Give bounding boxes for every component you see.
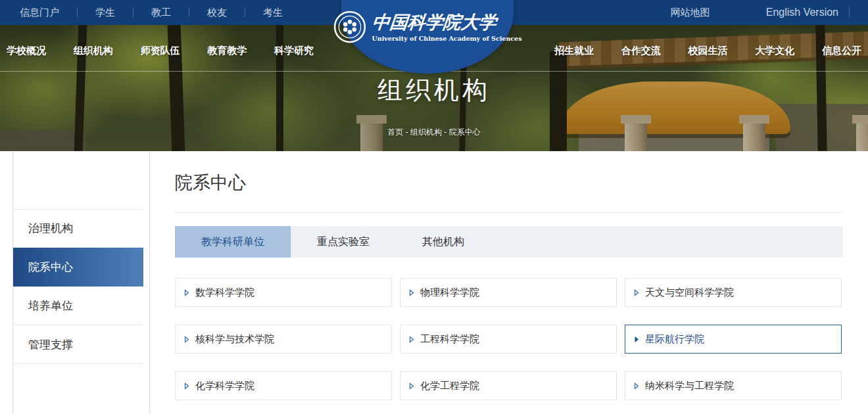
top-link-applicants[interactable]: 考生 bbox=[245, 7, 301, 19]
triangle-right-icon bbox=[409, 336, 414, 343]
department-card-math[interactable]: 数学科学学院 bbox=[175, 278, 392, 307]
triangle-right-icon bbox=[184, 382, 189, 390]
site-map-link[interactable]: 网站地图 bbox=[671, 7, 748, 19]
department-card-nuclear[interactable]: 核科学与技术学院 bbox=[175, 325, 392, 354]
sidebar-right-divider bbox=[149, 151, 150, 414]
department-card-interstellar[interactable]: 星际航行学院 bbox=[625, 325, 842, 354]
department-card-chem-science[interactable]: 化学科学学院 bbox=[175, 371, 392, 400]
nav-cooperation[interactable]: 合作交流 bbox=[621, 45, 661, 57]
department-label: 物理科学学院 bbox=[420, 287, 479, 299]
logo-inner: 中国科学院大学 University of Chinese Academy of… bbox=[333, 11, 522, 43]
triangle-right-icon bbox=[634, 382, 639, 390]
nav-school-overview[interactable]: 学校概况 bbox=[7, 45, 46, 57]
top-link-alumni[interactable]: 校友 bbox=[189, 7, 245, 19]
main-panel: 院系中心 教学科研单位 重点实验室 其他机构 数学科学学院 物理科学学院 天文与… bbox=[175, 151, 842, 400]
top-links-group: 信息门户 学生 教工 校友 考生 bbox=[20, 7, 301, 19]
triangle-right-icon bbox=[409, 289, 414, 296]
tab-teaching-research-units[interactable]: 教学科研单位 bbox=[175, 226, 291, 258]
sidebar-item-admin-support[interactable]: 管理支撑 bbox=[13, 325, 143, 364]
triangle-right-icon bbox=[184, 289, 189, 296]
nav-research[interactable]: 科学研究 bbox=[274, 45, 314, 57]
tab-key-laboratories[interactable]: 重点实验室 bbox=[291, 226, 396, 258]
department-card-physics[interactable]: 物理科学学院 bbox=[400, 278, 617, 307]
nav-culture[interactable]: 大学文化 bbox=[755, 45, 794, 57]
triangle-right-filled-icon bbox=[634, 336, 639, 343]
nav-admissions[interactable]: 招生就业 bbox=[554, 45, 594, 57]
nav-organization[interactable]: 组织机构 bbox=[74, 45, 113, 57]
sidebar-menu: 治理机构 院系中心 培养单位 管理支撑 bbox=[13, 209, 143, 364]
sidebar-item-governance[interactable]: 治理机构 bbox=[13, 209, 143, 248]
logo-title-en: University of Chinese Academy of Science… bbox=[372, 35, 522, 42]
divider bbox=[849, 7, 850, 18]
sidebar-item-departments[interactable]: 院系中心 bbox=[13, 248, 143, 287]
department-card-nano[interactable]: 纳米科学与工程学院 bbox=[625, 371, 842, 400]
department-label: 天文与空间科学学院 bbox=[645, 287, 734, 299]
nav-campus-life[interactable]: 校园生活 bbox=[688, 45, 728, 57]
section-title: 院系中心 bbox=[175, 171, 842, 195]
sidebar-item-training-units[interactable]: 培养单位 bbox=[13, 287, 143, 325]
triangle-right-icon bbox=[409, 382, 414, 390]
triangle-right-icon bbox=[634, 289, 639, 296]
logo-title-zh: 中国科学院大学 bbox=[371, 12, 523, 32]
department-label: 星际航行学院 bbox=[645, 333, 704, 346]
title-divider bbox=[175, 212, 842, 213]
logo-text: 中国科学院大学 University of Chinese Academy of… bbox=[372, 12, 522, 42]
department-label: 纳米科学与工程学院 bbox=[645, 380, 734, 392]
department-label: 工程科学学院 bbox=[420, 333, 479, 346]
top-links-right-group: 网站地图 English Version bbox=[671, 7, 850, 19]
nav-group-right: 招生就业 合作交流 校园生活 大学文化 信息公开 bbox=[531, 45, 868, 57]
nav-faculty[interactable]: 师资队伍 bbox=[141, 45, 180, 57]
department-label: 核科学与技术学院 bbox=[195, 333, 274, 346]
department-label: 化学工程学院 bbox=[420, 380, 479, 392]
tab-bar: 教学科研单位 重点实验室 其他机构 bbox=[175, 226, 842, 258]
nav-education[interactable]: 教育教学 bbox=[207, 45, 247, 57]
breadcrumb[interactable]: 首页 - 组织机构 - 院系中心 bbox=[0, 127, 868, 138]
sidebar: 治理机构 院系中心 培养单位 管理支撑 bbox=[12, 151, 143, 414]
top-link-portal[interactable]: 信息门户 bbox=[20, 7, 77, 19]
top-link-students[interactable]: 学生 bbox=[78, 7, 133, 19]
nav-information[interactable]: 信息公开 bbox=[822, 45, 861, 57]
department-card-astronomy[interactable]: 天文与空间科学学院 bbox=[625, 278, 842, 307]
content-area: 治理机构 院系中心 培养单位 管理支撑 院系中心 教学科研单位 重点实验室 其他… bbox=[0, 151, 868, 414]
department-card-engineering[interactable]: 工程科学学院 bbox=[400, 325, 617, 354]
english-version-link[interactable]: English Version bbox=[748, 7, 849, 18]
department-label: 数学科学学院 bbox=[195, 287, 254, 299]
triangle-right-icon bbox=[184, 336, 189, 343]
nav-group-left: 学校概况 组织机构 师资队伍 教育教学 科学研究 bbox=[0, 45, 339, 57]
university-emblem-icon bbox=[333, 11, 366, 43]
department-label: 化学科学学院 bbox=[195, 380, 254, 392]
tab-other-institutions[interactable]: 其他机构 bbox=[396, 226, 491, 258]
page-title: 组织机构 bbox=[0, 74, 868, 107]
department-card-chem-engineering[interactable]: 化学工程学院 bbox=[400, 371, 617, 400]
top-link-faculty[interactable]: 教工 bbox=[133, 7, 189, 19]
department-grid: 数学科学学院 物理科学学院 天文与空间科学学院 核科学与技术学院 工程科学学院 … bbox=[175, 278, 842, 400]
